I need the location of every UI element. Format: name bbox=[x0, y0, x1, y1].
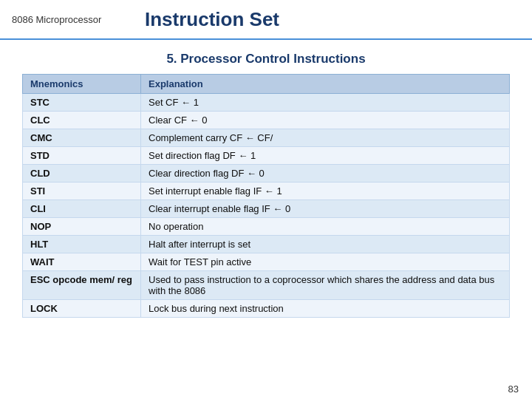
mnemonic-cell: NOP bbox=[23, 218, 141, 236]
mnemonic-cell: STI bbox=[23, 183, 141, 200]
explanation-cell: Used to pass instruction to a coprocesso… bbox=[141, 271, 510, 300]
table-row: LOCKLock bus during next instruction bbox=[23, 300, 510, 318]
table-row: HLTHalt after interrupt is set bbox=[23, 236, 510, 253]
page-number: 83 bbox=[508, 383, 519, 395]
instruction-table: Mnemonics Explanation STCSet CF ← 1CLCCl… bbox=[22, 74, 510, 318]
mnemonic-cell: HLT bbox=[23, 236, 141, 253]
table-row: NOPNo operation bbox=[23, 218, 510, 236]
mnemonic-cell: ESC opcode mem/ reg bbox=[23, 271, 141, 300]
table-row: CLDClear direction flag DF ← 0 bbox=[23, 165, 510, 183]
header: 8086 Microprocessor Instruction Set bbox=[0, 0, 532, 40]
table-row: CMCComplement carry CF ← CF/ bbox=[23, 129, 510, 147]
header-logo: 8086 Microprocessor bbox=[12, 14, 130, 25]
table-row: STDSet direction flag DF ← 1 bbox=[23, 147, 510, 165]
explanation-cell: Set direction flag DF ← 1 bbox=[141, 147, 510, 165]
column-header-mnemonics: Mnemonics bbox=[23, 75, 141, 94]
explanation-cell: Set interrupt enable flag IF ← 1 bbox=[141, 183, 510, 200]
table-row: STISet interrupt enable flag IF ← 1 bbox=[23, 183, 510, 200]
explanation-cell: Complement carry CF ← CF/ bbox=[141, 129, 510, 147]
table-row: WAITWait for TEST pin active bbox=[23, 253, 510, 271]
header-title: Instruction Set bbox=[145, 8, 279, 31]
mnemonic-cell: CLI bbox=[23, 200, 141, 218]
mnemonic-cell: STD bbox=[23, 147, 141, 165]
mnemonic-cell: CLC bbox=[23, 112, 141, 129]
table-row: ESC opcode mem/ regUsed to pass instruct… bbox=[23, 271, 510, 300]
column-header-explanation: Explanation bbox=[141, 75, 510, 94]
explanation-cell: Set CF ← 1 bbox=[141, 94, 510, 112]
mnemonic-cell: WAIT bbox=[23, 253, 141, 271]
section-title: 5. Processor Control Instructions bbox=[22, 52, 510, 66]
table-header-row: Mnemonics Explanation bbox=[23, 75, 510, 94]
explanation-cell: Clear CF ← 0 bbox=[141, 112, 510, 129]
main-content: 5. Processor Control Instructions Mnemon… bbox=[0, 40, 532, 325]
table-row: STCSet CF ← 1 bbox=[23, 94, 510, 112]
mnemonic-cell: CLD bbox=[23, 165, 141, 183]
explanation-cell: Clear direction flag DF ← 0 bbox=[141, 165, 510, 183]
mnemonic-cell: CMC bbox=[23, 129, 141, 147]
explanation-cell: Halt after interrupt is set bbox=[141, 236, 510, 253]
explanation-cell: Clear interrupt enable flag IF ← 0 bbox=[141, 200, 510, 218]
mnemonic-cell: LOCK bbox=[23, 300, 141, 318]
mnemonic-cell: STC bbox=[23, 94, 141, 112]
table-row: CLIClear interrupt enable flag IF ← 0 bbox=[23, 200, 510, 218]
explanation-cell: No operation bbox=[141, 218, 510, 236]
table-row: CLCClear CF ← 0 bbox=[23, 112, 510, 129]
explanation-cell: Lock bus during next instruction bbox=[141, 300, 510, 318]
explanation-cell: Wait for TEST pin active bbox=[141, 253, 510, 271]
